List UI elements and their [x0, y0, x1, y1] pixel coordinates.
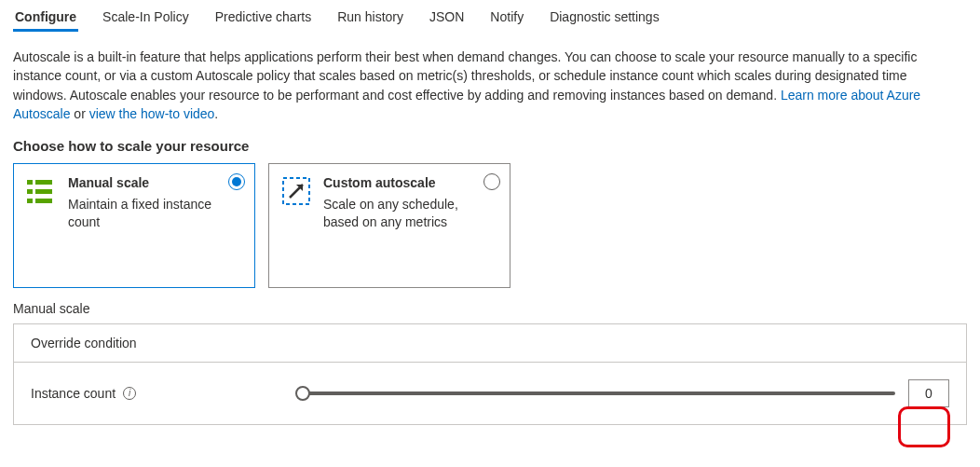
card-custom-autoscale[interactable]: Custom autoscale Scale on any schedule, …: [268, 163, 510, 288]
instance-count-value[interactable]: 0: [908, 379, 949, 407]
manual-scale-heading: Manual scale: [13, 301, 967, 316]
card-custom-title: Custom autoscale: [323, 175, 478, 190]
content-area: Autoscale is a built-in feature that hel…: [0, 33, 980, 440]
custom-autoscale-icon: [282, 175, 312, 276]
scale-option-cards: Manual scale Maintain a fixed instance c…: [13, 163, 967, 288]
instance-count-slider[interactable]: 0: [303, 379, 949, 407]
manual-scale-panel: Override condition Instance count i 0: [13, 323, 967, 425]
tab-configure[interactable]: Configure: [13, 6, 78, 32]
link-howto-video[interactable]: view the how-to video: [89, 106, 215, 121]
tab-scale-in-policy[interactable]: Scale-In Policy: [101, 6, 191, 32]
tab-diagnostic-settings[interactable]: Diagnostic settings: [548, 6, 661, 32]
instance-count-row: Instance count i 0: [14, 363, 966, 424]
tab-predictive-charts[interactable]: Predictive charts: [213, 6, 313, 32]
info-icon[interactable]: i: [123, 387, 136, 400]
manual-scale-icon: [27, 175, 57, 276]
tab-bar: Configure Scale-In Policy Predictive cha…: [0, 0, 980, 33]
card-manual-title: Manual scale: [68, 175, 223, 190]
tab-notify[interactable]: Notify: [488, 6, 525, 32]
intro-middle: or: [70, 106, 88, 121]
instance-count-label: Instance count: [31, 386, 116, 401]
card-manual-desc: Maintain a fixed instance count: [68, 196, 223, 231]
tab-json[interactable]: JSON: [428, 6, 466, 32]
choose-scale-title: Choose how to scale your resource: [13, 138, 967, 154]
override-condition-label: Override condition: [14, 324, 966, 363]
radio-manual-scale[interactable]: [228, 173, 245, 190]
intro-tail: .: [214, 106, 218, 121]
radio-custom-autoscale[interactable]: [483, 173, 500, 190]
card-custom-desc: Scale on any schedule, based on any metr…: [323, 196, 478, 231]
slider-thumb[interactable]: [295, 386, 310, 401]
card-manual-scale[interactable]: Manual scale Maintain a fixed instance c…: [13, 163, 255, 288]
tab-run-history[interactable]: Run history: [335, 6, 405, 32]
intro-paragraph: Autoscale is a built-in feature that hel…: [13, 48, 954, 123]
